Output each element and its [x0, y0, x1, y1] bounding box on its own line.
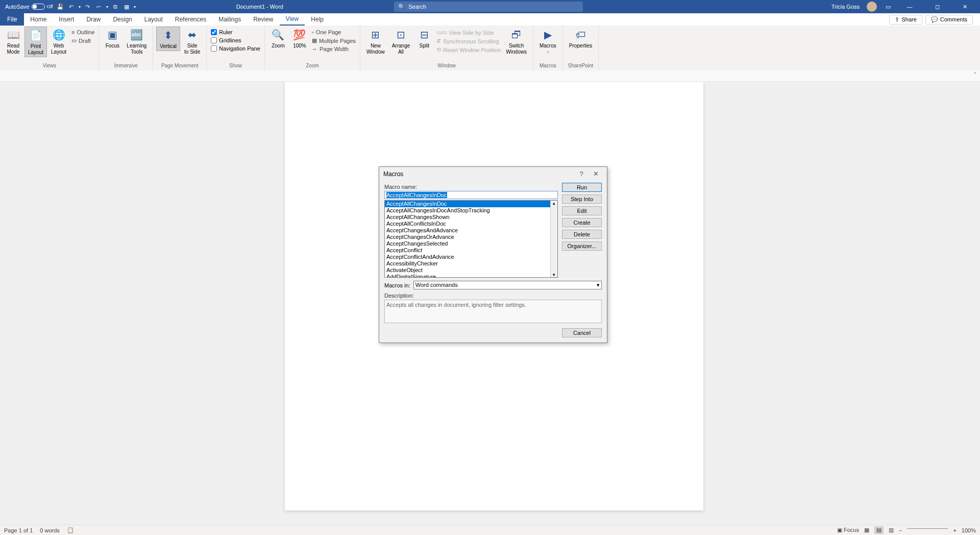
scroll-up-icon[interactable]: ▴	[553, 201, 555, 206]
web-layout-view-icon[interactable]: ▥	[889, 527, 894, 533]
list-item[interactable]: AcceptConflict	[385, 247, 550, 254]
zoom-out-icon[interactable]: −	[899, 527, 902, 533]
list-item[interactable]: AcceptAllChangesShown	[385, 214, 550, 221]
macros-dialog: Macros ? ✕ Macro name: AcceptAllChangesI…	[379, 166, 607, 343]
run-button[interactable]: Run	[562, 183, 602, 192]
list-item[interactable]: AddDigitalSignature	[385, 274, 550, 277]
dialog-help-icon[interactable]: ?	[574, 170, 589, 178]
organizer-button[interactable]: Organizer...	[562, 241, 602, 251]
zoom-level[interactable]: 100%	[962, 527, 976, 533]
macro-name-input[interactable]: AcceptAllChangesInDoc	[384, 191, 558, 199]
list-item[interactable]: AcceptChangesSelected	[385, 240, 550, 247]
word-count[interactable]: 0 words	[40, 527, 60, 533]
scroll-down-icon[interactable]: ▾	[553, 272, 555, 277]
list-item[interactable]: AcceptConflictAndAdvance	[385, 254, 550, 260]
delete-button[interactable]: Delete	[562, 230, 602, 239]
list-item[interactable]: AccessibilityChecker	[385, 260, 550, 267]
list-item[interactable]: AcceptChangesOrAdvance	[385, 234, 550, 240]
zoom-in-icon[interactable]: +	[953, 527, 956, 533]
macros-in-label: Macros in:	[384, 282, 410, 288]
list-item[interactable]: AcceptChangesAndAdvance	[385, 227, 550, 234]
dialog-title: Macros	[383, 171, 574, 178]
list-scrollbar[interactable]: ▴▾	[550, 201, 557, 277]
chevron-down-icon: ▾	[597, 282, 600, 288]
dialog-titlebar[interactable]: Macros ? ✕	[379, 167, 607, 181]
description-box: Accepts all changes in document, ignorin…	[384, 300, 602, 323]
edit-button[interactable]: Edit	[562, 206, 602, 215]
step-into-button[interactable]: Step Into	[562, 194, 602, 204]
list-item[interactable]: ActivateObject	[385, 267, 550, 274]
list-item[interactable]: AcceptAllChangesInDocAndStopTracking	[385, 207, 550, 214]
read-mode-view-icon[interactable]: ▦	[864, 527, 869, 533]
status-bar: Page 1 of 1 0 words 📋 ▣ Focus ▦ ▤ ▥ − + …	[0, 525, 980, 535]
dialog-overlay: Macros ? ✕ Macro name: AcceptAllChangesI…	[0, 0, 980, 535]
list-item[interactable]: AcceptAllChangesInDoc	[385, 201, 550, 207]
macro-list[interactable]: AcceptAllChangesInDoc AcceptAllChangesIn…	[385, 201, 550, 277]
list-item[interactable]: AcceptAllConflictsInDoc	[385, 221, 550, 227]
dialog-close-icon[interactable]: ✕	[589, 170, 603, 178]
print-layout-view-icon[interactable]: ▤	[874, 526, 884, 534]
description-label: Description:	[384, 293, 602, 299]
zoom-slider[interactable]	[907, 528, 948, 529]
page-status[interactable]: Page 1 of 1	[4, 527, 33, 533]
macro-name-label: Macro name:	[384, 184, 558, 190]
create-button[interactable]: Create	[562, 218, 602, 227]
spell-check-icon[interactable]: 📋	[67, 527, 74, 533]
macros-in-select[interactable]: Word commands▾	[413, 281, 602, 289]
focus-mode-button[interactable]: ▣ Focus	[837, 527, 859, 533]
cancel-button[interactable]: Cancel	[562, 328, 602, 337]
